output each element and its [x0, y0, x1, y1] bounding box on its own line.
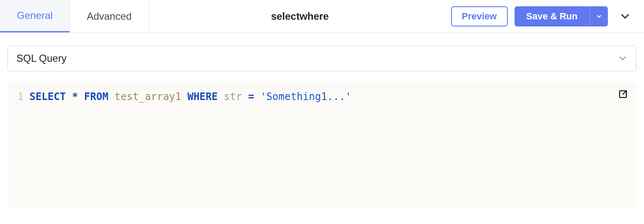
save-run-button[interactable]: Save & Run [515, 6, 589, 26]
token-operator: * [72, 91, 78, 103]
header-bar: General Advanced selectwhere Preview Sav… [0, 0, 644, 33]
resource-title: selectwhere [271, 11, 329, 22]
token-keyword: WHERE [187, 91, 218, 103]
preview-button[interactable]: Preview [451, 6, 508, 26]
save-run-group: Save & Run [515, 6, 608, 26]
actions: Preview Save & Run [451, 0, 644, 32]
svg-line-1 [623, 91, 626, 94]
token-keyword: SELECT [29, 91, 66, 103]
expand-icon [618, 89, 628, 99]
line-number: 1 [14, 90, 29, 104]
save-run-dropdown[interactable] [589, 6, 608, 26]
sql-editor[interactable]: 1SELECT * FROM test_array1 WHERE str = '… [8, 82, 636, 208]
token-operator: = [248, 91, 254, 103]
expand-editor-button[interactable] [618, 89, 630, 101]
chevron-down-icon [596, 13, 602, 20]
panel-collapse-toggle[interactable] [615, 10, 636, 23]
title-area: selectwhere [149, 0, 451, 32]
section-label: SQL Query [16, 53, 66, 64]
token-keyword: FROM [84, 91, 108, 103]
tabs: General Advanced [0, 0, 149, 32]
sql-query-section-header[interactable]: SQL Query [8, 45, 636, 71]
chevron-down-icon [618, 53, 628, 63]
token-identifier: test_array1 [114, 91, 181, 103]
content: SQL Query 1SELECT * FROM test_array1 WHE… [0, 33, 644, 216]
token-column: str [224, 91, 242, 103]
token-string: 'Something1...' [260, 91, 351, 103]
code-line: SELECT * FROM test_array1 WHERE str = 'S… [29, 91, 351, 103]
tab-advanced[interactable]: Advanced [70, 0, 149, 32]
tab-general[interactable]: General [0, 0, 70, 32]
chevron-down-icon [619, 10, 631, 23]
